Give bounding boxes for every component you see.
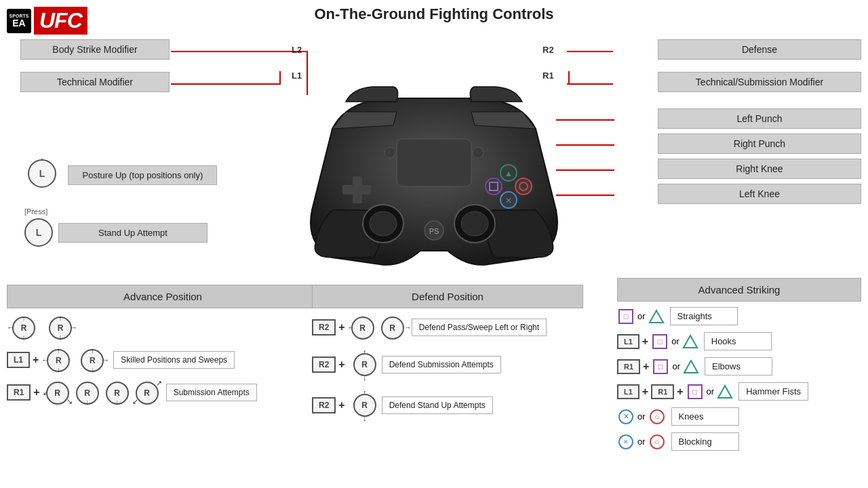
defend-position-header: Defend Position: [312, 285, 583, 308]
svg-marker-22: [718, 386, 732, 398]
svg-point-9: [515, 178, 532, 195]
svg-point-16: [461, 211, 488, 236]
left-knee-row: Left Knee: [658, 184, 861, 204]
advanced-striking-section: Advanced Striking □ or Straights L1 + □ …: [617, 278, 861, 458]
body-strike-label: Body Strike Modifier: [20, 39, 170, 60]
technical-modifier-row: Technical Modifier: [20, 72, 170, 92]
or-label-elbows: or: [672, 361, 680, 371]
left-stick-press: L: [24, 218, 53, 247]
svg-text:✕: ✕: [505, 196, 512, 205]
svg-marker-21: [684, 361, 698, 373]
circle-symbol-blocking: ○: [650, 434, 665, 449]
r2-button-defend2: R2: [312, 357, 336, 373]
blocking-row: ✕ ✕ or ○ Blocking: [617, 432, 861, 451]
advance-position-header: Advance Position: [7, 285, 319, 308]
or-label-blocking: or: [637, 436, 646, 447]
skilled-positions-label: Skilled Positions and Sweeps: [113, 351, 235, 369]
technical-submission-row: Technical/Submission Modifier: [658, 72, 861, 92]
straights-label: Straights: [670, 307, 738, 325]
svg-rect-0: [397, 139, 471, 186]
square-symbol-hooks: □: [652, 334, 667, 349]
hooks-label: Hooks: [704, 332, 772, 350]
triangle-symbol-hammer: [717, 384, 733, 400]
or-label-hammer: or: [707, 386, 715, 396]
svg-point-1: [384, 147, 395, 158]
l1-line: [171, 83, 279, 85]
right-punch-row: Right Punch: [658, 134, 861, 154]
body-strike-row: Body Strike Modifier: [20, 39, 170, 60]
defend-standup-label: Defend Stand Up Attempts: [382, 396, 493, 414]
left-punch-row: Left Punch: [658, 108, 861, 129]
posture-up-label: Posture Up (top positions only): [68, 165, 217, 185]
stand-up-section: [Press] L Stand Up Attempt: [24, 207, 208, 247]
svg-point-2: [473, 147, 484, 158]
submission-attempts-label: Submission Attempts: [166, 384, 257, 401]
press-label: [Press]: [24, 207, 208, 216]
defense-row: Defense: [658, 39, 861, 60]
l1-button-hammer: L1: [617, 384, 639, 399]
elbows-label: Elbows: [705, 357, 772, 375]
r1-button-elbows: R1: [617, 359, 640, 374]
advance-position-section: Advance Position ← R ↑ ↓ R ↑ → ↓ L1 + ← …: [7, 285, 319, 411]
svg-point-14: [370, 211, 397, 236]
defend-pass-sweep-label: Defend Pass/Sweep Left or Right: [412, 319, 547, 336]
left-knee-label: Left Knee: [658, 184, 861, 204]
l2-line: [171, 51, 307, 52]
r1-button-advance: R1: [7, 384, 31, 401]
svg-marker-19: [650, 310, 663, 323]
left-stick-posture: L: [28, 159, 56, 188]
defend-submission-label: Defend Submission Attempts: [382, 356, 501, 373]
r2-button-defend1: R2: [312, 319, 336, 336]
hammer-fists-row: L1 + R1 + □ or Hammer Fists: [617, 382, 861, 401]
l2-trigger-label: L2: [292, 45, 302, 55]
defend-position-section: Defend Position R2 + ← R R → Defend Pass…: [312, 285, 583, 428]
advance-row2: L1 + ← R ↑ ↓ R ↑ → ↓ Skilled Positions a…: [7, 346, 319, 373]
stick-arrows-posture: ↑ L: [24, 156, 60, 191]
posture-up-section: ↑ L Posture Up (top positions only): [24, 156, 217, 191]
r2-button-defend3: R2: [312, 397, 336, 413]
hammer-fists-label: Hammer Fists: [738, 382, 808, 401]
circle-symbol-knees: ○: [650, 409, 665, 424]
svg-text:▲: ▲: [505, 169, 513, 178]
svg-text:PS: PS: [429, 227, 439, 235]
controller-image: ▲ ✕ PS: [264, 68, 604, 285]
right-knee-row: Right Knee: [658, 159, 861, 179]
svg-marker-20: [684, 336, 697, 348]
l1-button-hooks: L1: [617, 334, 639, 349]
hooks-row: L1 + □ or Hooks: [617, 332, 861, 350]
elbows-row: R1 + □ or Elbows: [617, 357, 861, 375]
svg-rect-4: [342, 185, 371, 195]
blocking-label: Blocking: [671, 432, 739, 451]
triangle-symbol-elbows: [683, 359, 699, 375]
r1-button-hammer: R1: [651, 384, 674, 399]
defend-row2: R2 + ↑ R ↓ Defend Submission Attempts: [312, 348, 583, 382]
advance-row1: ← R ↑ ↓ R ↑ → ↓: [7, 314, 319, 341]
square-symbol-hammer: □: [688, 384, 703, 399]
straights-row: □ or Straights: [617, 307, 861, 325]
knees-label: Knees: [671, 407, 739, 426]
defense-label: Defense: [658, 39, 861, 60]
right-knee-label: Right Knee: [658, 159, 861, 179]
advanced-striking-header: Advanced Striking: [617, 278, 861, 302]
right-punch-label: Right Punch: [658, 134, 861, 154]
technical-submission-label: Technical/Submission Modifier: [658, 72, 861, 92]
r2-right-line: [567, 51, 613, 52]
triangle-symbol-hooks: [682, 333, 698, 350]
technical-modifier-label: Technical Modifier: [20, 72, 170, 92]
left-punch-label: Left Punch: [658, 108, 861, 129]
or-label-hooks: or: [671, 336, 679, 346]
square-symbol-straights: □: [618, 309, 633, 324]
or-label-straights: or: [637, 311, 646, 321]
x-symbol-blocking: ✕ ✕: [618, 434, 633, 449]
square-symbol-elbows: □: [653, 359, 668, 374]
page-title: On-The-Ground Fighting Controls: [0, 5, 868, 23]
or-label-knees: or: [637, 411, 646, 422]
defend-row1: R2 + ← R R → Defend Pass/Sweep Left or R…: [312, 314, 583, 341]
defend-row3: R2 + ↑ R ↓ Defend Stand Up Attempts: [312, 388, 583, 422]
knees-row: ✕ or ○ Knees: [617, 407, 861, 426]
advance-row3: R1 + ↙ R ↘ ↑ R ↓ ↑ R ↓ ↗ R ↙ S: [7, 379, 319, 406]
r2-trigger-label: R2: [542, 45, 554, 55]
stand-up-label: Stand Up Attempt: [58, 223, 208, 243]
svg-point-7: [486, 178, 502, 195]
x-symbol-knees: ✕: [618, 409, 633, 424]
